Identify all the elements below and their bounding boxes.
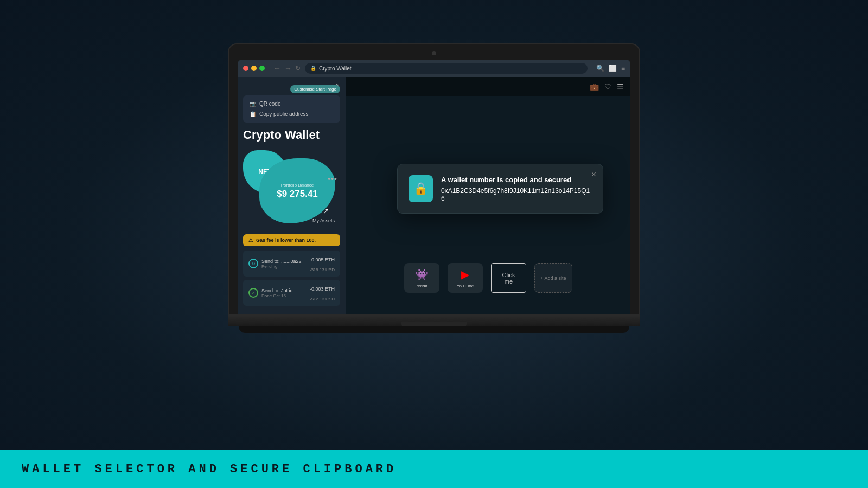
reddit-label: reddit [416, 284, 427, 288]
notification-address: 0xA1B2C3D4e5f6g7h8I9J10K11m12n13o14P15Q1… [441, 187, 592, 202]
address-text: Crypto Wallet [319, 66, 352, 72]
menu-icon[interactable]: ≡ [621, 65, 625, 72]
minimize-button[interactable] [251, 66, 257, 71]
youtube-label: YouTube [457, 284, 474, 288]
notification-close-button[interactable]: × [591, 170, 596, 179]
notification-text: A wallet number is copied and secured 0x… [441, 175, 592, 202]
qr-label: QR code [259, 101, 280, 107]
customize-start-page-button[interactable]: Customise Start Page [290, 85, 340, 93]
transaction-done: ✓ Send to: JoLiq Done Oct 15 -0.003 ETH … [243, 280, 340, 306]
warning-icon: ⚠ [248, 237, 253, 243]
youtube-icon: ▶ [461, 268, 469, 281]
browser-nav: ← → ↻ [273, 64, 301, 73]
qr-code-menu-item[interactable]: 📷 QR code [246, 99, 337, 109]
add-site-button[interactable]: + Add a site [534, 263, 572, 293]
more-options-icon[interactable]: ••• [328, 175, 337, 183]
reddit-icon: 👾 [415, 268, 429, 281]
copy-icon: 📋 [250, 111, 256, 117]
laptop-camera [432, 51, 436, 55]
wallet-sidebar: ⚙ 📷 QR code 📋 Copy public address [238, 77, 346, 314]
youtube-shortcut[interactable]: ▶ YouTube [448, 263, 483, 293]
new-tab-shortcuts: 👾 reddit ▶ YouTube Click me + Add a site [404, 263, 572, 293]
nft-balance-area: NFT Portfolio Balance $9 275.41 ↗ My Ass… [243, 150, 340, 226]
tx-done-icon: ✓ [248, 288, 258, 298]
my-assets-link[interactable]: My Assets [312, 218, 335, 223]
tx-usd-pending: -$19.13 USD [310, 267, 335, 272]
forward-icon[interactable]: → [284, 64, 292, 73]
wallet-menu-dropdown: 📷 QR code 📋 Copy public address [243, 95, 340, 123]
arrow-icon: ↗ [323, 207, 329, 215]
notification-title: A wallet number is copied and secured [441, 175, 592, 185]
laptop-base [228, 316, 640, 326]
tx-to-pending: Send to: .......0a22 [261, 259, 302, 264]
address-bar[interactable]: 🔒 Crypto Wallet [305, 63, 588, 74]
tx-status-done: Done Oct 15 [261, 293, 293, 298]
tx-eth-pending: -0.005 ETH [310, 257, 335, 262]
laptop-foot [239, 326, 629, 333]
refresh-icon[interactable]: ↻ [295, 65, 301, 72]
lock-icon: 🔒 [409, 175, 433, 202]
tx-to-done: Send to: JoLiq [261, 288, 293, 293]
gas-warning-banner: ⚠ Gas fee is lower than 100. [243, 234, 340, 246]
copy-label: Copy public address [259, 111, 309, 117]
browser-controls [243, 66, 265, 71]
portfolio-label: Portfolio Balance [281, 183, 314, 188]
reddit-shortcut[interactable]: 👾 reddit [404, 263, 439, 293]
tx-usd-done: -$12.13 USD [310, 297, 335, 301]
tx-status-pending: Pending [261, 264, 302, 269]
wallet-title: Crypto Wallet [243, 128, 340, 142]
browser-main-area: 💼 ♡ ☰ 👾 reddit ▶ YouTube [346, 77, 630, 314]
copy-address-menu-item[interactable]: 📋 Copy public address [246, 109, 337, 119]
bottom-banner: WALLET SELECTOR AND SECURE CLIPBOARD [0, 450, 868, 488]
back-icon[interactable]: ← [273, 64, 281, 73]
banner-text: WALLET SELECTOR AND SECURE CLIPBOARD [22, 463, 397, 476]
maximize-button[interactable] [259, 66, 265, 71]
browser-content: ⚙ 📷 QR code 📋 Copy public address [238, 77, 630, 314]
browser-right-icons: 🔍 ⬜ ≡ [596, 65, 625, 72]
tx-pending-icon: ↻ [248, 259, 258, 268]
transaction-pending: ↻ Send to: .......0a22 Pending -0.005 ET… [243, 251, 340, 277]
tx-eth-done: -0.003 ETH [310, 286, 335, 292]
gas-warning-text: Gas fee is lower than 100. [256, 237, 316, 243]
new-tab-icon[interactable]: ⬜ [609, 65, 617, 72]
laptop-screen-frame: ← → ↻ 🔒 Crypto Wallet 🔍 ⬜ ≡ [228, 43, 640, 316]
wallet-extension-icon[interactable]: 💼 [590, 82, 599, 91]
browser-window: ← → ↻ 🔒 Crypto Wallet 🔍 ⬜ ≡ [238, 60, 630, 314]
close-button[interactable] [243, 66, 248, 71]
hamburger-icon[interactable]: ☰ [617, 82, 624, 91]
new-tab-toolbar: 💼 ♡ ☰ [346, 77, 630, 96]
browser-titlebar: ← → ↻ 🔒 Crypto Wallet 🔍 ⬜ ≡ [238, 60, 630, 77]
heart-icon[interactable]: ♡ [604, 82, 611, 91]
portfolio-value: $9 275.41 [277, 189, 318, 200]
qr-icon: 📷 [250, 101, 256, 107]
laptop-container: ← → ↻ 🔒 Crypto Wallet 🔍 ⬜ ≡ [228, 43, 640, 333]
click-me-button[interactable]: Click me [491, 263, 526, 293]
search-icon[interactable]: 🔍 [596, 65, 604, 72]
favicon-icon: 🔒 [310, 66, 316, 71]
notification-popup: 🔒 A wallet number is copied and secured … [397, 164, 603, 214]
